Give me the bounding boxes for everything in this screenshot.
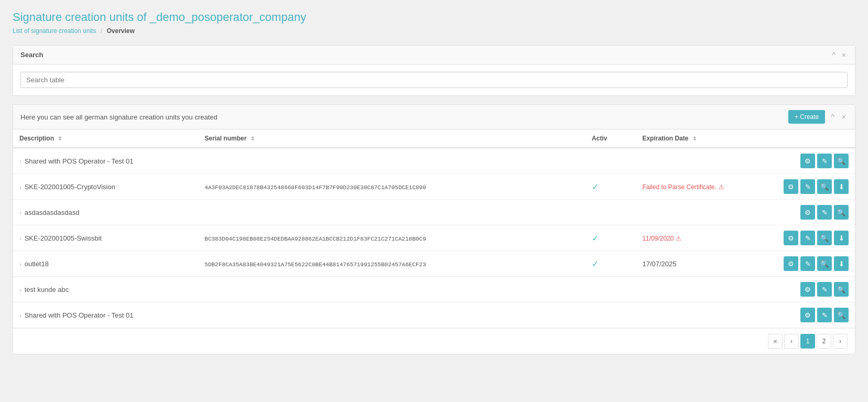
- gear-button[interactable]: ⚙: [800, 308, 815, 322]
- row-expand[interactable]: ›: [19, 210, 21, 216]
- pagination-page-1[interactable]: 1: [800, 334, 815, 349]
- search-panel-header: Search ^ ×: [13, 46, 855, 64]
- breadcrumb-separator: /: [101, 27, 102, 35]
- cell-serial-number: 5DB2F8CA35A83BE4049321A75E5622C0BE44B814…: [198, 251, 585, 277]
- row-expand[interactable]: ›: [19, 312, 21, 319]
- check-icon: ✓: [592, 234, 599, 243]
- row-expand[interactable]: ›: [19, 184, 21, 190]
- gear-button[interactable]: ⚙: [800, 282, 815, 297]
- col-actions: [771, 129, 855, 148]
- cell-serial-number: BC383D04C198EB08E254DEDBAA928862EA1BCCB2…: [198, 225, 585, 251]
- download-button[interactable]: ⬇: [834, 256, 849, 271]
- check-icon: ✓: [592, 182, 599, 191]
- check-icon: ✓: [592, 259, 599, 268]
- cell-expiration-date: [636, 277, 771, 302]
- col-activ[interactable]: Activ: [585, 129, 636, 148]
- cell-activ: ✓: [585, 251, 636, 277]
- detail-button[interactable]: 🔍: [834, 282, 849, 297]
- row-expand[interactable]: ›: [19, 158, 21, 165]
- col-expiration-date[interactable]: Expiration Date ⇕: [636, 129, 771, 148]
- sort-serial-icon: ⇕: [251, 136, 255, 142]
- cell-expiration-date: 17/07/2025: [636, 251, 771, 277]
- action-buttons: ⚙✎🔍⬇: [777, 179, 849, 194]
- table-panel: Here you can see all german signature cr…: [13, 104, 855, 354]
- cell-actions: ⚙✎🔍: [771, 148, 855, 174]
- cell-activ: ✓: [585, 225, 636, 251]
- table-header-row: Description ⇕ Serial number ⇕ Activ Expi…: [13, 129, 855, 148]
- cell-activ: [585, 200, 636, 225]
- col-description[interactable]: Description ⇕: [13, 129, 198, 148]
- cell-activ: [585, 277, 636, 302]
- row-expand[interactable]: ›: [19, 261, 21, 267]
- col-serial-number[interactable]: Serial number ⇕: [198, 129, 585, 148]
- cell-description: ›Shared with POS Operator - Test 01: [13, 302, 198, 328]
- detail-button[interactable]: 🔍: [817, 231, 832, 245]
- cell-description: ›Shared with POS Operator - Test 01: [13, 148, 198, 174]
- edit-button[interactable]: ✎: [800, 231, 815, 245]
- pagination-page-2[interactable]: 2: [817, 334, 831, 349]
- search-input[interactable]: [20, 72, 848, 88]
- edit-button[interactable]: ✎: [817, 308, 832, 322]
- detail-button[interactable]: 🔍: [834, 308, 849, 322]
- download-button[interactable]: ⬇: [834, 231, 849, 245]
- table-panel-collapse[interactable]: ^: [829, 113, 836, 121]
- action-buttons: ⚙✎🔍⬇: [777, 256, 849, 271]
- pagination-prev[interactable]: ‹: [784, 334, 799, 349]
- cell-serial-number: [198, 277, 585, 302]
- cell-description: ›SKE-202001005-Swissbit: [13, 225, 198, 251]
- cell-activ: ✓: [585, 174, 636, 200]
- breadcrumb: List of signature creation units / Overv…: [13, 27, 855, 35]
- row-expand[interactable]: ›: [19, 235, 21, 242]
- action-buttons: ⚙✎🔍: [777, 282, 849, 297]
- edit-button[interactable]: ✎: [817, 282, 832, 297]
- cell-actions: ⚙✎🔍⬇: [771, 225, 855, 251]
- pagination: « ‹ 1 2 ›: [13, 328, 855, 354]
- search-panel-close[interactable]: ×: [840, 51, 848, 59]
- edit-button[interactable]: ✎: [817, 154, 832, 168]
- table-container: Description ⇕ Serial number ⇕ Activ Expi…: [13, 129, 855, 328]
- table-panel-close[interactable]: ×: [840, 113, 848, 121]
- action-buttons: ⚙✎🔍: [777, 308, 849, 322]
- detail-button[interactable]: 🔍: [834, 154, 849, 168]
- table-row: ›Shared with POS Operator - Test 01⚙✎🔍: [13, 302, 855, 328]
- table-info-text: Here you can see all german signature cr…: [20, 113, 218, 121]
- expiration-error-text: Failed to Parse Certificate.: [642, 183, 716, 191]
- table-panel-header: Here you can see all german signature cr…: [13, 105, 855, 129]
- warn-icon: ⚠: [676, 235, 681, 242]
- sort-description-icon: ⇕: [58, 136, 62, 142]
- cell-actions: ⚙✎🔍: [771, 200, 855, 225]
- cell-description: ›asdasdasdasdasd: [13, 200, 198, 225]
- scu-table: Description ⇕ Serial number ⇕ Activ Expi…: [13, 129, 855, 328]
- cell-serial-number: [198, 148, 585, 174]
- edit-button[interactable]: ✎: [800, 256, 815, 271]
- table-row: ›asdasdasdasdasd⚙✎🔍: [13, 200, 855, 225]
- gear-button[interactable]: ⚙: [784, 256, 798, 271]
- gear-button[interactable]: ⚙: [784, 231, 798, 245]
- create-button[interactable]: + Create: [788, 110, 825, 124]
- edit-button[interactable]: ✎: [817, 205, 832, 220]
- row-expand[interactable]: ›: [19, 287, 21, 293]
- cell-expiration-date: 11/09/2020⚠: [636, 225, 771, 251]
- cell-actions: ⚙✎🔍: [771, 302, 855, 328]
- search-panel: Search ^ ×: [13, 45, 855, 96]
- page-title: Signature creation units of _demo_posope…: [13, 10, 855, 24]
- warn-icon: ⚠: [719, 183, 724, 191]
- table-row: ›outlet185DB2F8CA35A83BE4049321A75E5622C…: [13, 251, 855, 277]
- cell-expiration-date: Failed to Parse Certificate.⚠: [636, 174, 771, 200]
- cell-description: ›test kunde abc: [13, 277, 198, 302]
- detail-button[interactable]: 🔍: [817, 179, 832, 194]
- search-panel-collapse[interactable]: ^: [830, 51, 837, 59]
- sort-expiration-icon: ⇕: [692, 136, 697, 142]
- detail-button[interactable]: 🔍: [834, 205, 849, 220]
- gear-button[interactable]: ⚙: [784, 179, 798, 194]
- edit-button[interactable]: ✎: [800, 179, 815, 194]
- expiration-date-normal: 17/07/2025: [642, 260, 676, 268]
- cell-actions: ⚙✎🔍: [771, 277, 855, 302]
- pagination-first[interactable]: «: [768, 334, 783, 349]
- gear-button[interactable]: ⚙: [800, 205, 815, 220]
- breadcrumb-link[interactable]: List of signature creation units: [13, 27, 96, 35]
- gear-button[interactable]: ⚙: [800, 154, 815, 168]
- download-button[interactable]: ⬇: [834, 179, 849, 194]
- pagination-next[interactable]: ›: [833, 334, 848, 349]
- detail-button[interactable]: 🔍: [817, 256, 832, 271]
